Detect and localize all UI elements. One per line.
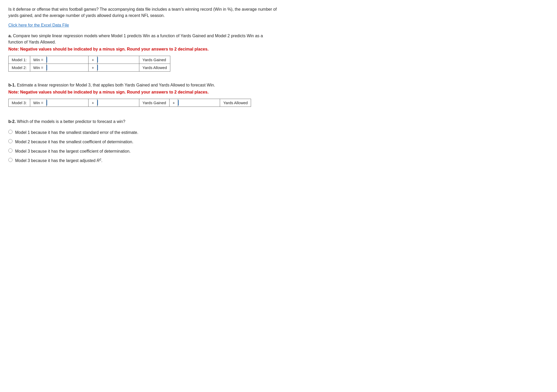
model3-yards-gained-label: Yards Gained xyxy=(139,99,170,107)
model3-table: Model 3: Win = + Yards Gained + Yards Al… xyxy=(8,99,251,107)
b2-option2-label: Model 2 because it has the smallest coef… xyxy=(15,140,133,144)
b2-radio1[interactable] xyxy=(8,130,12,134)
section-b1-title: b-1. Estimate a linear regression for Mo… xyxy=(8,82,278,88)
section-a-text: Compare two simple linear regression mod… xyxy=(8,34,263,44)
model3-row: Model 3: Win = + Yards Gained + Yards Al… xyxy=(9,99,251,107)
b2-option2: Model 2 because it has the smallest coef… xyxy=(8,139,278,144)
model2-row: Model 2: Win = + Yards Allowed xyxy=(9,64,170,72)
section-b1-note: Note: Negative values should be indicate… xyxy=(8,90,278,95)
model1-plus: + xyxy=(89,56,97,64)
model3-plus1: + xyxy=(89,99,97,107)
b2-option3-label: Model 3 because it has the largest coeff… xyxy=(15,149,131,154)
model1-win-label: Win = xyxy=(30,56,47,64)
model1-coef-cell xyxy=(97,56,139,64)
model2-yards-label: Yards Allowed xyxy=(139,64,170,72)
model1-row: Model 1: Win = + Yards Gained xyxy=(9,56,170,64)
b2-radio-group: Model 1 because it has the smallest stan… xyxy=(8,129,278,163)
section-a: a. Compare two simple linear regression … xyxy=(8,33,278,72)
b2-option3: Model 3 because it has the largest coeff… xyxy=(8,148,278,154)
section-b1-bold: b-1. xyxy=(8,83,16,87)
b2-option4-pre: Model 3 because it has the largest adjus… xyxy=(15,158,97,163)
b2-radio3[interactable] xyxy=(8,148,12,153)
section-b2-text: Which of the models is a better predicto… xyxy=(16,119,125,124)
model3-coef2-cell xyxy=(178,99,220,107)
model3-label: Model 3: xyxy=(9,99,30,107)
model3-coef1-input[interactable] xyxy=(97,100,139,105)
b2-option4: Model 3 because it has the largest adjus… xyxy=(8,157,278,163)
b2-option1-label: Model 1 because it has the smallest stan… xyxy=(15,130,138,135)
model3-intercept-cell xyxy=(47,99,89,107)
model1-intercept-cell xyxy=(47,56,89,64)
section-a-note: Note: Negative values should be indicate… xyxy=(8,47,278,52)
section-a-title: a. Compare two simple linear regression … xyxy=(8,33,278,45)
b2-option4-label: Model 3 because it has the largest adjus… xyxy=(15,158,102,163)
model-ab-table: Model 1: Win = + Yards Gained Model 2: W… xyxy=(8,56,170,72)
section-b2: b-2. Which of the models is a better pre… xyxy=(8,119,278,163)
model1-yards-label: Yards Gained xyxy=(139,56,170,64)
model2-coef-input[interactable] xyxy=(97,65,139,70)
section-a-bold: a. xyxy=(8,34,12,38)
model1-coef-input[interactable] xyxy=(97,57,139,63)
b2-option1: Model 1 because it has the smallest stan… xyxy=(8,129,278,135)
model2-win-label: Win = xyxy=(30,64,47,72)
model3-win-label: Win = xyxy=(30,99,47,107)
model2-intercept-input[interactable] xyxy=(47,65,88,70)
model3-yards-allowed-label: Yards Allowed xyxy=(220,99,251,107)
model1-intercept-input[interactable] xyxy=(47,57,88,63)
b2-radio2[interactable] xyxy=(8,139,12,143)
intro-paragraph: Is it defense or offense that wins footb… xyxy=(8,6,278,19)
model2-label: Model 2: xyxy=(9,64,30,72)
section-b2-bold: b-2. xyxy=(8,119,16,124)
b2-option4-italic: R xyxy=(97,158,100,163)
model2-coef-cell xyxy=(97,64,139,72)
model3-coef1-cell xyxy=(97,99,139,107)
model2-intercept-cell xyxy=(47,64,89,72)
excel-data-link[interactable]: Click here for the Excel Data File xyxy=(8,23,69,28)
model3-plus2: + xyxy=(169,99,178,107)
section-b1-text: Estimate a linear regression for Model 3… xyxy=(16,83,215,87)
model1-label: Model 1: xyxy=(9,56,30,64)
b2-option4-post: . xyxy=(101,158,102,163)
section-b2-title: b-2. Which of the models is a better pre… xyxy=(8,119,278,124)
model2-plus: + xyxy=(89,64,97,72)
b2-radio4[interactable] xyxy=(8,158,12,162)
model3-intercept-input[interactable] xyxy=(47,100,88,105)
model3-coef2-input[interactable] xyxy=(178,100,220,105)
section-b1: b-1. Estimate a linear regression for Mo… xyxy=(8,82,278,107)
